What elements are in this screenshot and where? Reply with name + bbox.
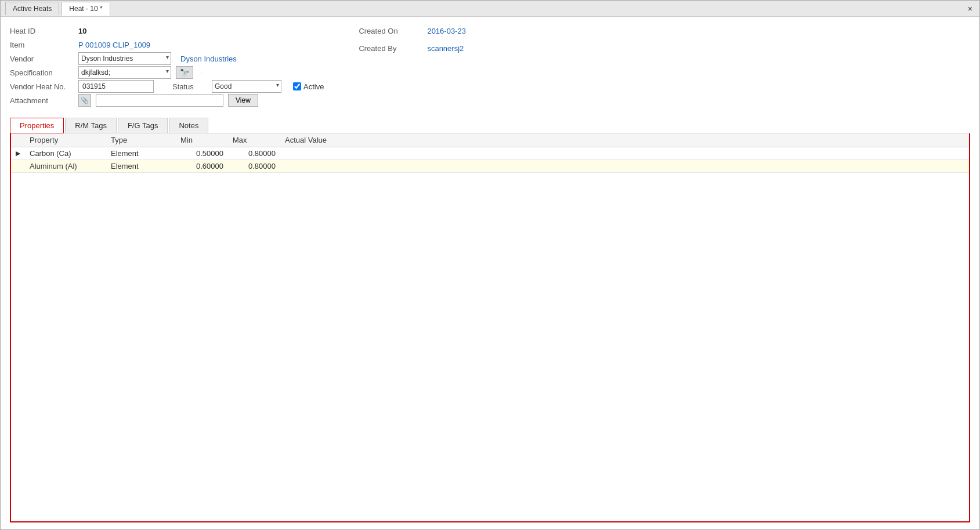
attachment-input[interactable] bbox=[96, 94, 223, 107]
actual-cell-2 bbox=[280, 160, 969, 173]
title-bar: Active Heats Heat - 10 * × bbox=[1, 1, 979, 17]
table-header: Property Type Min Max Actual Value bbox=[11, 133, 969, 147]
col-type-header: Type bbox=[106, 133, 176, 147]
col-arrow-header bbox=[11, 133, 25, 147]
created-on-label: Created On bbox=[359, 27, 422, 35]
right-fields: Created On 2016-03-23 Created By scanner… bbox=[324, 24, 970, 55]
form-header: Heat ID 10 Item P 001009 CLIP_1009 Vendo… bbox=[10, 24, 970, 107]
tab-properties[interactable]: Properties bbox=[10, 118, 64, 133]
tab-heat-10[interactable]: Heat - 10 * bbox=[62, 2, 110, 16]
created-on-row: Created On 2016-03-23 bbox=[359, 24, 970, 38]
heat-id-value: 10 bbox=[78, 27, 86, 35]
row-arrow-1: ▶ bbox=[11, 147, 25, 160]
table-row[interactable]: Aluminum (Al) Element 0.60000 0.80000 bbox=[11, 160, 969, 173]
col-property-header: Property bbox=[25, 133, 106, 147]
max-cell-1: 0.80000 bbox=[228, 147, 280, 160]
active-label-text: Active bbox=[303, 82, 324, 91]
tabs-nav: Properties R/M Tags F/G Tags Notes bbox=[10, 118, 970, 133]
tabs-section: Properties R/M Tags F/G Tags Notes Prope… bbox=[10, 113, 970, 522]
col-actual-header: Actual Value bbox=[280, 133, 969, 147]
vendor-heat-no-row: Vendor Heat No. Status Good Active bbox=[10, 79, 324, 93]
vendor-heat-no-input[interactable] bbox=[78, 80, 154, 93]
item-value[interactable]: P 001009 CLIP_1009 bbox=[78, 41, 150, 49]
vendor-heat-no-label: Vendor Heat No. bbox=[10, 82, 74, 91]
tab-panel-properties: Property Type Min Max Actual Value ▶ Car… bbox=[10, 133, 970, 522]
attachment-row: Attachment 📎 View bbox=[10, 93, 324, 107]
left-fields: Heat ID 10 Item P 001009 CLIP_1009 Vendo… bbox=[10, 24, 324, 107]
tab-notes[interactable]: Notes bbox=[169, 118, 208, 133]
status-select-wrapper: Good bbox=[212, 80, 281, 93]
tab-active-heats[interactable]: Active Heats bbox=[5, 2, 59, 15]
spec-select-wrapper: dkjfalksd; bbox=[78, 66, 171, 79]
col-max-header: Max bbox=[228, 133, 280, 147]
type-cell-1: Element bbox=[106, 147, 176, 160]
properties-table: Property Type Min Max Actual Value ▶ Car… bbox=[11, 133, 969, 173]
property-cell-2: Aluminum (Al) bbox=[25, 160, 106, 173]
vendor-row: Vendor Dyson Industries Dyson Industries bbox=[10, 52, 324, 66]
spec-dot: · bbox=[200, 69, 202, 76]
actual-cell-1 bbox=[280, 147, 969, 160]
attachment-label: Attachment bbox=[10, 96, 74, 105]
item-label: Item bbox=[10, 41, 74, 49]
col-min-header: Min bbox=[176, 133, 228, 147]
vendor-select[interactable]: Dyson Industries bbox=[78, 52, 171, 65]
vendor-label: Vendor bbox=[10, 55, 74, 63]
specification-row: Specification dkjfalksd; 🔭 · bbox=[10, 66, 324, 79]
created-on-value: 2016-03-23 bbox=[427, 27, 466, 35]
min-cell-1: 0.50000 bbox=[176, 147, 228, 160]
property-cell-1: Carbon (Ca) bbox=[25, 147, 106, 160]
row-arrow-2 bbox=[11, 160, 25, 173]
form-content: Heat ID 10 Item P 001009 CLIP_1009 Vendo… bbox=[1, 17, 979, 529]
status-label: Status bbox=[172, 82, 207, 91]
table-body: ▶ Carbon (Ca) Element 0.50000 0.80000 Al… bbox=[11, 147, 969, 173]
table-header-row: Property Type Min Max Actual Value bbox=[11, 133, 969, 147]
main-window: Active Heats Heat - 10 * × Heat ID 10 It… bbox=[0, 0, 980, 530]
tab-fg-tags[interactable]: F/G Tags bbox=[118, 118, 168, 133]
created-by-label: Created By bbox=[359, 44, 422, 53]
specification-select[interactable]: dkjfalksd; bbox=[78, 66, 171, 79]
active-checkbox[interactable] bbox=[293, 82, 301, 90]
tab-rm-tags[interactable]: R/M Tags bbox=[65, 118, 117, 133]
binoculars-button[interactable]: 🔭 bbox=[176, 66, 193, 79]
item-row: Item P 001009 CLIP_1009 bbox=[10, 38, 324, 52]
vendor-link[interactable]: Dyson Industries bbox=[180, 55, 237, 63]
heat-id-row: Heat ID 10 bbox=[10, 24, 324, 38]
specification-label: Specification bbox=[10, 68, 74, 77]
created-by-row: Created By scannersj2 bbox=[359, 41, 970, 55]
view-button[interactable]: View bbox=[228, 94, 258, 107]
table-row[interactable]: ▶ Carbon (Ca) Element 0.50000 0.80000 bbox=[11, 147, 969, 160]
attachment-icon[interactable]: 📎 bbox=[78, 94, 91, 107]
created-by-value: scannersj2 bbox=[427, 44, 464, 53]
type-cell-2: Element bbox=[106, 160, 176, 173]
heat-id-label: Heat ID bbox=[10, 27, 74, 35]
active-checkbox-label[interactable]: Active bbox=[293, 82, 324, 91]
max-cell-2: 0.80000 bbox=[228, 160, 280, 173]
status-select[interactable]: Good bbox=[212, 80, 281, 93]
close-button[interactable]: × bbox=[965, 4, 975, 13]
vendor-select-wrapper: Dyson Industries bbox=[78, 52, 171, 65]
min-cell-2: 0.60000 bbox=[176, 160, 228, 173]
